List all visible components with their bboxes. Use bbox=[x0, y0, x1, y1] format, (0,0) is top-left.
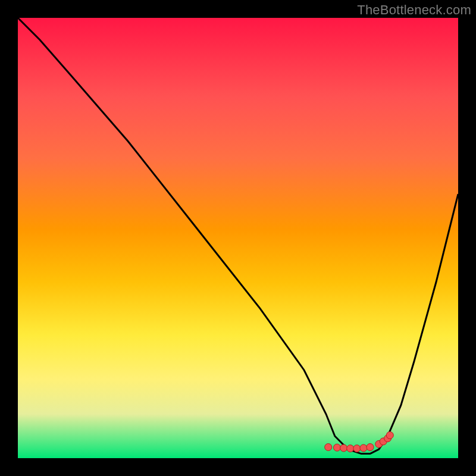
marker-dot bbox=[386, 432, 393, 439]
marker-dot bbox=[334, 444, 341, 451]
chart-frame: TheBottleneck.com bbox=[0, 0, 476, 476]
marker-dot bbox=[360, 444, 367, 452]
marker-dot bbox=[353, 445, 361, 452]
marker-dot bbox=[325, 444, 332, 451]
watermark-text: TheBottleneck.com bbox=[357, 2, 471, 18]
marker-dot bbox=[367, 444, 374, 451]
gradient-plot-area bbox=[18, 18, 458, 458]
curve-svg bbox=[18, 18, 458, 458]
marker-dot bbox=[347, 445, 354, 452]
bottleneck-curve bbox=[18, 18, 458, 454]
marker-dot bbox=[340, 444, 347, 452]
